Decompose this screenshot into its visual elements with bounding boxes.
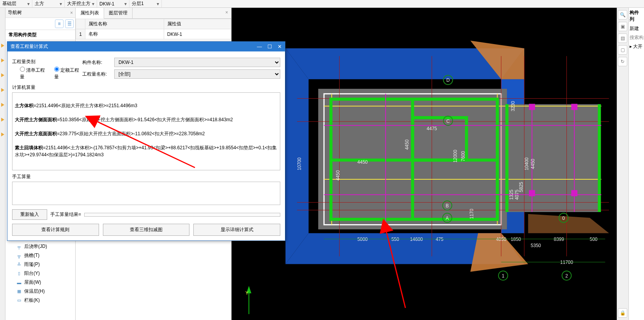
tree-item[interactable]: ╤后浇带(JD) — [5, 242, 75, 251]
tree-item[interactable]: ▯阳台(Y) — [5, 269, 75, 278]
component-dropdown[interactable]: DKW-1▾ — [97, 0, 129, 7]
close-icon[interactable]: ✕ — [278, 44, 282, 50]
dialog-title: 查看工程量计算式 — [11, 43, 48, 50]
close-icon[interactable]: × — [70, 10, 73, 16]
properties-table: 属性名称属性值 1 名称 DKW-1 — [76, 19, 231, 39]
expand-icon[interactable] — [1, 103, 4, 107]
section-computer: 计算机算量 — [12, 84, 280, 91]
tree-item[interactable]: ▭栏板(K) — [5, 296, 75, 305]
table-row[interactable]: 1 名称 DKW-1 — [76, 29, 231, 39]
expand-icon[interactable] — [1, 88, 4, 92]
component-icon: ▬ — [16, 280, 22, 285]
chevron-down-icon: ▾ — [60, 1, 62, 7]
right-toolbar: 🔍 ▣ ▤ ▢ ↻ 🔒 — [617, 8, 628, 320]
svg-rect-10 — [507, 104, 599, 212]
maximize-icon[interactable]: ☐ — [267, 44, 272, 50]
svg-text:5825: 5825 — [518, 182, 524, 192]
chevron-down-icon: ▾ — [157, 1, 159, 7]
component-item[interactable]: ▸ 大开 — [630, 42, 643, 51]
category-label: 工程量类别 — [12, 58, 82, 65]
svg-text:4450: 4450 — [335, 170, 341, 181]
result-label: 手工算量结果= — [50, 211, 81, 218]
nav-title: 导航树 — [8, 9, 22, 16]
chevron-down-icon: ▾ — [124, 1, 127, 7]
calculation-formula-dialog: 查看工程量计算式 — ☐ ✕ 工程量类别 清单工程量 定额工程量 构件名称: D… — [7, 41, 285, 241]
expand-icon[interactable] — [1, 58, 4, 62]
tree-item[interactable]: ▦保温层(H) — [5, 287, 75, 296]
svg-text:12000: 12000 — [453, 150, 458, 163]
svg-text:D: D — [446, 78, 450, 83]
subcat-dropdown[interactable]: 大开挖土方▾ — [65, 0, 97, 7]
svg-marker-8 — [528, 214, 609, 233]
svg-text:4450: 4450 — [357, 160, 368, 165]
component-label: 构件名称: — [82, 59, 110, 66]
view-tree-icon[interactable]: ☰ — [65, 19, 74, 28]
svg-text:7600: 7600 — [460, 151, 466, 161]
tree-item[interactable]: ▬屋面(W) — [5, 278, 75, 287]
expand-icon[interactable] — [1, 133, 4, 136]
svg-text:550: 550 — [391, 237, 399, 242]
svg-text:500: 500 — [590, 237, 598, 242]
dialog-titlebar[interactable]: 查看工程量计算式 — ☐ ✕ — [7, 42, 285, 51]
svg-text:2: 2 — [565, 273, 568, 279]
component-icon: ▭ — [16, 298, 22, 303]
left-collapse-strip — [0, 8, 5, 320]
calc-result-box[interactable]: 土方体积=2151.4496<原始大开挖土方体积>=2151.4496m3 大开… — [12, 92, 280, 170]
box-icon[interactable]: ▢ — [618, 45, 627, 55]
manual-input[interactable] — [12, 182, 280, 205]
component-icon: ╤ — [16, 244, 22, 249]
expand-icon[interactable] — [1, 73, 4, 77]
component-list-panel: 构件列 新建 搜索构件 ▸ 大开 — [628, 8, 644, 320]
svg-text:0: 0 — [562, 216, 565, 221]
svg-text:C: C — [446, 118, 450, 124]
tab-layers[interactable]: 图层管理 — [104, 8, 133, 18]
tree-item[interactable]: ╩雨篷(P) — [5, 260, 75, 269]
svg-rect-36 — [529, 104, 535, 110]
radio-list[interactable]: 清单工程量 — [20, 67, 48, 80]
radio-quota[interactable]: 定额工程量 — [54, 67, 82, 80]
search-placeholder[interactable]: 搜索构件 — [630, 33, 643, 42]
chevron-down-icon: ▾ — [92, 1, 94, 7]
svg-text:5000: 5000 — [357, 237, 368, 242]
view-3d-button[interactable]: 查看三维扣减图 — [103, 224, 190, 236]
component-icon: ╩ — [16, 262, 22, 267]
svg-text:1170: 1170 — [469, 209, 474, 219]
layers-icon[interactable]: ▤ — [618, 34, 627, 43]
reenter-button[interactable]: 重新输入 — [12, 209, 47, 220]
svg-text:11700: 11700 — [560, 260, 573, 265]
svg-rect-38 — [529, 190, 535, 196]
floor-dropdown[interactable]: 基础层▾ — [0, 0, 32, 7]
minimize-icon[interactable]: — — [257, 44, 262, 50]
tab-properties[interactable]: 属性列表 — [76, 8, 104, 19]
cube-icon[interactable]: ▣ — [618, 22, 627, 31]
view-detail-button[interactable]: 显示详细计算式 — [193, 224, 280, 236]
layer-dropdown[interactable]: 分层1▾ — [129, 0, 162, 7]
component-select[interactable]: DKW-1 — [114, 58, 280, 67]
chevron-down-icon: ▾ — [27, 1, 30, 7]
svg-text:4450: 4450 — [404, 140, 410, 150]
view-rule-button[interactable]: 查看计算规则 — [12, 224, 99, 236]
quantity-select[interactable]: [全部] — [114, 69, 280, 79]
svg-text:1325: 1325 — [509, 189, 514, 200]
category-dropdown[interactable]: 土方▾ — [32, 0, 65, 7]
component-icon: ▦ — [16, 289, 22, 294]
lock-icon[interactable]: 🔒 — [618, 308, 627, 318]
expand-icon[interactable] — [1, 118, 4, 122]
view-list-icon[interactable]: ≡ — [55, 19, 64, 28]
svg-text:Y: Y — [246, 290, 249, 296]
svg-text:4050: 4050 — [496, 237, 506, 242]
quantity-label: 工程量名称: — [82, 71, 110, 78]
close-icon[interactable]: × — [222, 8, 231, 18]
svg-text:1: 1 — [502, 273, 504, 279]
col-name: 属性名称 — [85, 19, 164, 29]
tree-item[interactable]: ╦挑檐(T) — [5, 251, 75, 260]
drawing-viewport[interactable]: D C B A 0 1 2 10700 3230 4475 4450 4450 … — [232, 8, 617, 320]
svg-rect-37 — [571, 104, 577, 110]
magnify-icon[interactable]: 🔍 — [618, 10, 627, 19]
section-manual: 手工算量 — [12, 173, 280, 180]
new-button[interactable]: 新建 — [630, 24, 643, 33]
expand-icon[interactable] — [1, 44, 4, 48]
svg-text:475: 475 — [436, 237, 444, 242]
rotate-icon[interactable]: ↻ — [618, 57, 627, 66]
svg-text:10400: 10400 — [524, 157, 529, 170]
